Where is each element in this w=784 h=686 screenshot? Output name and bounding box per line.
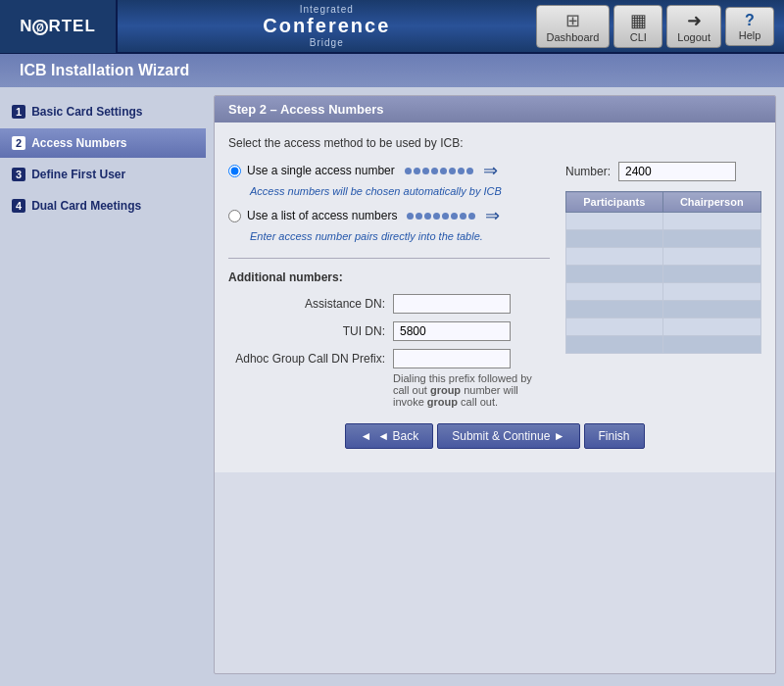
col-chairperson: Chairperson — [662, 192, 760, 213]
cli-icon: ▦ — [624, 10, 652, 31]
option2-radio[interactable] — [228, 210, 241, 222]
sidebar-num-2: 2 — [12, 136, 25, 150]
sidebar-item-define-first-user[interactable]: 3 Define First User — [0, 160, 206, 189]
sidebar-label-1: Basic Card Settings — [31, 105, 142, 119]
assistance-dn-row: Assistance DN: — [228, 294, 550, 314]
sidebar-label-3: Define First User — [31, 168, 125, 181]
step-content: Select the access method to be used by I… — [215, 122, 775, 472]
sidebar-num-3: 3 — [12, 168, 25, 181]
step-title: Step 2 – Access Numbers — [215, 96, 775, 122]
cell-participants[interactable] — [566, 283, 663, 301]
cell-participants[interactable] — [566, 318, 663, 336]
tui-dn-label: TUI DN: — [228, 324, 385, 338]
finish-button[interactable]: Finish — [584, 423, 645, 449]
logo: NØRTEL — [20, 17, 96, 36]
header: NØRTEL Integrated Conference Bridge ⊞ Da… — [0, 0, 784, 54]
logo-area: NØRTEL — [0, 0, 118, 53]
cell-participants[interactable] — [566, 213, 663, 230]
option2-dots — [407, 213, 475, 220]
sidebar-num-1: 1 — [12, 105, 25, 119]
access-table-wrapper: Participants Chairperson — [565, 191, 761, 354]
cli-label: CLI — [630, 31, 647, 43]
cell-chairperson[interactable] — [662, 318, 760, 336]
dashboard-button[interactable]: ⊞ Dashboard — [536, 5, 611, 48]
option1-row: Use a single access number ⇒ — [228, 160, 550, 181]
option1-label[interactable]: Use a single access number — [247, 164, 395, 177]
app-title: Conference — [118, 15, 536, 37]
number-input[interactable] — [618, 162, 736, 181]
form-section: Additional numbers: Assistance DN: TUI D… — [228, 258, 550, 408]
cell-participants[interactable] — [566, 336, 663, 354]
cell-chairperson[interactable] — [662, 266, 760, 283]
option1-radio[interactable] — [228, 165, 241, 177]
number-label: Number: — [565, 165, 611, 178]
cell-participants[interactable] — [566, 301, 663, 318]
help-label: Help — [739, 29, 761, 41]
table-row — [566, 336, 761, 354]
dashboard-label: Dashboard — [547, 31, 600, 43]
help-button[interactable]: ? Help — [725, 7, 774, 46]
help-icon: ? — [736, 12, 763, 29]
sidebar-item-access-numbers[interactable]: 2 Access Numbers — [0, 128, 206, 158]
option1-subtext: Access numbers will be chosen automatica… — [250, 185, 550, 197]
assistance-dn-label: Assistance DN: — [228, 297, 385, 311]
cell-participants[interactable] — [566, 248, 663, 266]
main: 1 Basic Card Settings 2 Access Numbers 3… — [0, 87, 784, 682]
option2-label[interactable]: Use a list of access numbers — [247, 209, 397, 222]
cell-participants[interactable] — [566, 266, 663, 283]
cell-chairperson[interactable] — [662, 336, 760, 354]
right-col: Number: Participants Chairperson — [565, 160, 761, 414]
table-row — [566, 318, 761, 336]
sidebar-label-4: Dual Card Meetings — [31, 199, 141, 213]
finish-label: Finish — [599, 429, 630, 443]
logout-button[interactable]: ➜ Logout — [666, 5, 721, 48]
assistance-dn-input[interactable] — [393, 294, 511, 314]
sidebar: 1 Basic Card Settings 2 Access Numbers 3… — [0, 87, 206, 682]
option2-subtext: Enter access number pairs directly into … — [250, 230, 550, 242]
step-inner: Use a single access number ⇒ Access numb… — [228, 160, 761, 414]
tui-dn-input[interactable] — [393, 321, 511, 341]
cell-chairperson[interactable] — [662, 301, 760, 318]
page-title: ICB Installation Wizard — [20, 62, 189, 78]
option2-arrow: ⇒ — [485, 205, 500, 226]
logout-label: Logout — [677, 31, 710, 43]
table-row — [566, 230, 761, 248]
back-icon: ◄ — [360, 429, 371, 443]
sidebar-item-dual-card[interactable]: 4 Dual Card Meetings — [0, 191, 206, 220]
cli-button[interactable]: ▦ CLI — [613, 5, 662, 48]
left-col: Use a single access number ⇒ Access numb… — [228, 160, 550, 414]
cell-chairperson[interactable] — [662, 213, 760, 230]
cell-chairperson[interactable] — [662, 248, 760, 266]
instruction-text: Select the access method to be used by I… — [228, 136, 761, 150]
table-row — [566, 266, 761, 283]
cell-participants[interactable] — [566, 230, 663, 248]
cell-chairperson[interactable] — [662, 283, 760, 301]
back-label: ◄ Back — [377, 429, 418, 443]
option1-dots — [405, 168, 473, 174]
tui-dn-row: TUI DN: — [228, 321, 550, 341]
access-table-body — [566, 213, 761, 354]
page-title-bar: ICB Installation Wizard — [0, 54, 784, 87]
additional-label: Additional numbers: — [228, 270, 550, 284]
col-participants: Participants — [566, 192, 663, 213]
back-button[interactable]: ◄ ◄ Back — [345, 423, 433, 449]
submit-continue-button[interactable]: Submit & Continue ► — [437, 423, 579, 449]
app-title-area: Integrated Conference Bridge — [118, 4, 536, 48]
adhoc-prefix-input[interactable] — [393, 349, 511, 368]
content-panel: Step 2 – Access Numbers Select the acces… — [214, 95, 776, 674]
bottom-buttons: ◄ ◄ Back Submit & Continue ► Finish — [228, 414, 761, 459]
submit-label: Submit & Continue ► — [452, 429, 564, 443]
table-row — [566, 248, 761, 266]
adhoc-prefix-label: Adhoc Group Call DN Prefix: — [228, 352, 385, 366]
app-subtitle: Integrated — [118, 4, 536, 15]
cell-chairperson[interactable] — [662, 230, 760, 248]
logo-circle: Ø — [32, 20, 48, 35]
table-row — [566, 213, 761, 230]
sidebar-num-4: 4 — [12, 199, 25, 213]
table-row — [566, 283, 761, 301]
app-title-bridge: Bridge — [118, 37, 536, 48]
option2-row: Use a list of access numbers ⇒ — [228, 205, 550, 226]
option1-arrow: ⇒ — [483, 160, 498, 181]
sidebar-item-basic-card[interactable]: 1 Basic Card Settings — [0, 97, 206, 126]
logout-icon: ➜ — [677, 10, 710, 31]
